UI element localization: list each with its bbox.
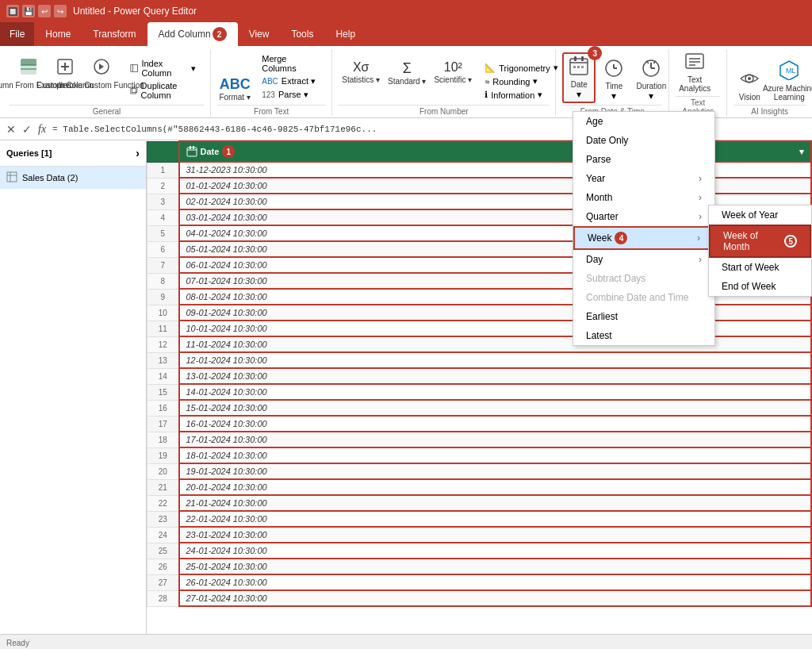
- index-col-label: Index Column: [141, 59, 188, 78]
- submenu-item-end-of-week[interactable]: End of Week: [709, 277, 811, 296]
- app-title: Untitled - Power Query Editor: [73, 6, 197, 17]
- table-row: 20 19-01-2024 10:30:00: [147, 463, 812, 479]
- duration-button[interactable]: Duration ▾: [632, 56, 670, 103]
- row-number: 1: [147, 162, 179, 178]
- index-col-arrow: ▾: [191, 63, 196, 74]
- duration-label: Duration: [636, 82, 666, 90]
- row-number: 28: [147, 590, 179, 606]
- azure-ml-label: Azure MachineLearning: [763, 84, 812, 102]
- submenu-item-week-of-year[interactable]: Week of Year: [709, 205, 811, 225]
- duplicate-column-button[interactable]: Duplicate Column: [125, 79, 201, 102]
- text-analytics-label: TextAnalytics: [679, 75, 710, 93]
- azure-ml-button[interactable]: ML Azure MachineLearning: [767, 58, 811, 103]
- date-cell: 23-01-2024 10:30:00: [179, 527, 812, 543]
- tab-tools[interactable]: Tools: [280, 22, 324, 46]
- quarter-arrow: ›: [699, 211, 702, 222]
- trig-label: Trigonometry: [499, 63, 550, 73]
- sidebar: Queries [1] › Sales Data (2): [0, 140, 147, 634]
- parse-button[interactable]: 123 Parse ▾: [257, 88, 322, 102]
- svg-rect-17: [577, 66, 580, 68]
- rounding-button[interactable]: ≈ Rounding ▾: [480, 75, 562, 88]
- format-icon: ABC: [220, 77, 251, 91]
- rounding-label: Rounding: [492, 77, 530, 86]
- dropdown-item-day[interactable]: Day ›: [573, 250, 714, 269]
- duplicate-col-label: Duplicate Column: [141, 81, 197, 100]
- date-cell: 13-01-2024 10:30:00: [179, 368, 812, 384]
- undo-icon[interactable]: ↩: [38, 5, 51, 17]
- dropdown-item-month[interactable]: Month ›: [573, 188, 714, 207]
- dropdown-item-parse[interactable]: Parse: [573, 150, 714, 169]
- tab-home[interactable]: Home: [34, 22, 82, 46]
- row-number: 4: [147, 209, 179, 225]
- submenu-item-week-of-month[interactable]: Week of Month 5: [709, 225, 811, 258]
- text-analytics-button[interactable]: TextAnalytics: [676, 49, 714, 94]
- table-row: 21 20-01-2024 10:30:00: [147, 479, 812, 495]
- extract-button[interactable]: ABC Extract ▾: [257, 75, 322, 88]
- dropdown-item-year[interactable]: Year ›: [573, 169, 714, 188]
- merge-columns-button[interactable]: Merge Columns: [257, 52, 322, 75]
- date-col-dropdown-arrow[interactable]: ▾: [799, 147, 804, 157]
- svg-rect-15: [581, 56, 584, 61]
- dropdown-item-age[interactable]: Age: [573, 112, 714, 131]
- submenu-item-start-of-week[interactable]: Start of Week: [709, 258, 811, 277]
- row-number: 20: [147, 463, 179, 479]
- invoke-custom-function-button[interactable]: Invoke Custom Function: [82, 56, 121, 91]
- format-button[interactable]: ABC Format ▾: [217, 75, 252, 103]
- date-column-header[interactable]: Date 1 ▾: [179, 141, 812, 162]
- dropdown-item-earliest[interactable]: Earliest: [573, 307, 714, 326]
- date-button[interactable]: Date ▾: [562, 52, 596, 103]
- table-row: 14 13-01-2024 10:30:00: [147, 368, 812, 384]
- date-cell: 14-01-2024 10:30:00: [179, 384, 812, 400]
- scientific-button[interactable]: 10² Scientific ▾: [431, 60, 475, 86]
- date-cell: 10-01-2024 10:30:00: [179, 321, 812, 336]
- day-arrow: ›: [699, 254, 702, 265]
- ribbon-group-text-analytics: TextAnalytics Text Analytics: [669, 49, 727, 116]
- row-number: 24: [147, 527, 179, 543]
- row-number: 10: [147, 305, 179, 321]
- sidebar-item-sales-data[interactable]: Sales Data (2): [0, 167, 146, 189]
- sidebar-item-label: Sales Data (2): [22, 173, 78, 182]
- tab-transform[interactable]: Transform: [82, 22, 147, 46]
- ribbon-group-general: Column From Examples Custom Column Invok…: [3, 49, 211, 116]
- date-cell: 12-01-2024 10:30:00: [179, 352, 812, 368]
- title-bar: 🔲 💾 ↩ ↪ Untitled - Power Query Editor: [0, 0, 812, 22]
- date-cell: 26-01-2024 10:30:00: [179, 574, 812, 590]
- svg-rect-37: [193, 146, 194, 149]
- svg-rect-8: [131, 65, 138, 72]
- time-button[interactable]: Time ▾: [597, 56, 630, 103]
- tab-help[interactable]: Help: [324, 22, 366, 46]
- dropdown-item-latest[interactable]: Latest: [573, 326, 714, 345]
- row-number: 16: [147, 400, 179, 416]
- table-row: 24 23-01-2024 10:30:00: [147, 527, 812, 543]
- redo-icon[interactable]: ↪: [54, 5, 67, 17]
- week-submenu: Week of Year Week of Month 5 Start of We…: [708, 205, 812, 297]
- table-icon: [6, 171, 17, 184]
- row-number: 9: [147, 289, 179, 305]
- date-column-label: Date: [201, 147, 220, 156]
- vision-button[interactable]: Vision: [733, 67, 765, 103]
- ribbon: Column From Examples Custom Column Invok…: [0, 46, 812, 118]
- tab-view[interactable]: View: [238, 22, 281, 46]
- ribbon-col-group-text-small: Merge Columns ABC Extract ▾ 123 Parse ▾: [254, 51, 325, 103]
- svg-rect-11: [132, 87, 136, 92]
- formula-accept-icon[interactable]: ✓: [22, 123, 32, 136]
- save-icon[interactable]: 💾: [22, 5, 35, 17]
- statistics-button[interactable]: Xσ Statistics ▾: [339, 60, 383, 86]
- dropdown-item-quarter[interactable]: Quarter ›: [573, 207, 714, 226]
- dropdown-item-date-only[interactable]: Date Only: [573, 131, 714, 150]
- information-button[interactable]: ℹ Information ▾: [480, 88, 562, 102]
- index-column-button[interactable]: Index Column ▾: [125, 57, 201, 79]
- formula-reject-icon[interactable]: ✕: [6, 123, 16, 136]
- tab-add-column[interactable]: Add Column 2: [147, 22, 238, 46]
- row-number: 8: [147, 273, 179, 289]
- formula-fx-icon[interactable]: fx: [38, 123, 46, 136]
- dropdown-item-week[interactable]: Week 4 ›: [573, 226, 714, 250]
- date-label: Date: [571, 80, 588, 89]
- ribbon-group-general-label: General: [10, 105, 204, 116]
- tab-file[interactable]: File: [0, 22, 34, 46]
- date-cell: 21-01-2024 10:30:00: [179, 495, 812, 511]
- trigonometry-button[interactable]: 📐 Trigonometry ▾: [480, 61, 562, 75]
- standard-button[interactable]: Σ Standard ▾: [385, 60, 429, 87]
- sidebar-collapse-icon[interactable]: ›: [136, 147, 140, 159]
- sidebar-header-label: Queries [1]: [6, 148, 52, 158]
